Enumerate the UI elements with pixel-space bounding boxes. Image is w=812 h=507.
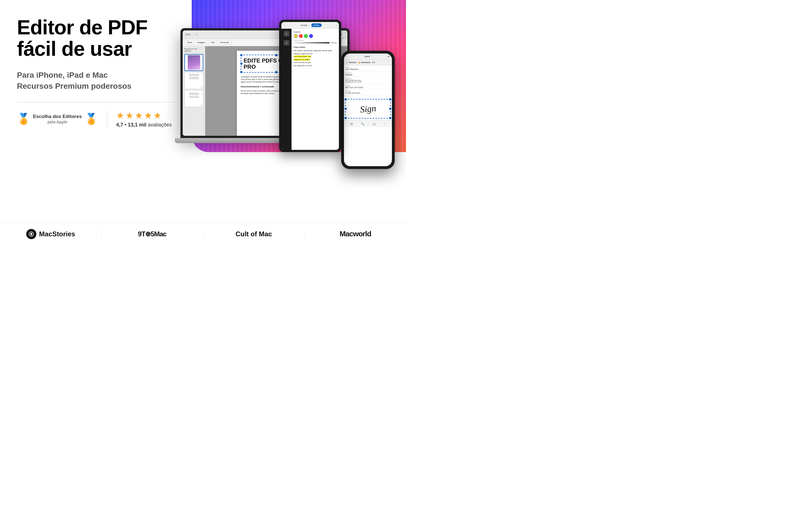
phone-mockup: ‹ Inserir ••• 🛒 Carrinho ✍ Assinatura S …: [341, 51, 398, 172]
phone-form: Nome John Stephens Empresa Readdle Ender…: [344, 65, 392, 97]
tablet-screen: ‹ Anotar Editar • A A Caneta: [282, 22, 339, 150]
star-2: ★: [125, 110, 134, 121]
phone-insert-bar: 🛒 Carrinho ✍ Assinatura S S: [344, 60, 392, 65]
sign-corner-mr: [389, 108, 391, 110]
sign-corner-br: [389, 117, 391, 119]
logo-9to5mac: 9T⊕5Mac: [101, 230, 203, 238]
tablet-sidebar: A A: [282, 29, 292, 150]
star-5: ★: [153, 110, 161, 121]
macstories-logo-group: MacStories: [26, 229, 75, 239]
tablet-main-panel: Caneta OPACIDADE Variável: [292, 29, 339, 150]
stars-row: ★ ★ ★ ★ ★: [116, 110, 172, 121]
form-row-nome: Nome John Stephens: [345, 66, 391, 71]
corner-dot-bl: [240, 71, 243, 73]
tablet-tabs: Anotar Editar: [299, 23, 322, 27]
phone-grid-icon[interactable]: ⊞: [350, 122, 353, 125]
phone-more-icon: •••: [388, 55, 390, 57]
sign-corner-ml: [345, 108, 347, 110]
pen-label-text: Caneta: [294, 31, 300, 33]
form-value-nome: John Stephens: [345, 68, 391, 70]
sidebar-icon-2[interactable]: A: [284, 40, 289, 46]
form-value-telefone: +1 535 105 2437: [345, 92, 391, 94]
tablet-mockup: ‹ Anotar Editar • A A Caneta: [279, 20, 344, 155]
toolbar-plus: +: [196, 33, 197, 36]
form-value-cidade: New York, NY 61252: [345, 87, 391, 89]
tablet-back-icon: ‹: [284, 24, 284, 26]
phone-screen: ‹ Inserir ••• 🛒 Carrinho ✍ Assinatura S …: [344, 54, 392, 166]
tool-pen-label: Caneta: [294, 31, 337, 33]
form-row-endereco: Endereço 105 Cendarhurst Ave,Ceraphurst,…: [345, 78, 391, 84]
form-value-endereco: 105 Cendarhurst Ave,Ceraphurst, NY 11516: [345, 79, 391, 83]
title-line-1: Editor de PDF: [17, 16, 147, 39]
section-divider: [17, 102, 181, 102]
rating-text: 4,7 • 13,1 mil avaliações: [116, 122, 172, 128]
form-row-empresa: Empresa Readdle: [345, 72, 391, 77]
sidebar-icon-1[interactable]: A: [284, 31, 289, 37]
logo-macstories: MacStories: [0, 229, 101, 239]
left-content-panel: Editor de PDF fácil de usar Para iPhone,…: [17, 17, 192, 128]
rating-separator: •: [124, 122, 128, 128]
awards-divider: [107, 110, 107, 127]
sign-corner-tl: [345, 98, 347, 101]
form-row-telefone: Telefone +1 535 105 2437: [345, 91, 391, 95]
opacity-slider[interactable]: [294, 42, 329, 43]
corner-dot-ml: [240, 62, 243, 65]
star-1: ★: [116, 110, 124, 121]
swatch-yellow[interactable]: [294, 34, 298, 38]
subtitle-group: Para iPhone, iPad e Mac Recursos Premium…: [17, 69, 192, 92]
phone-share-icon[interactable]: ↑: [384, 122, 386, 125]
tablet-toolbar: ‹ Anotar Editar •: [282, 22, 339, 29]
subtitle-line-2: Recursos Premium poderosos: [17, 80, 192, 92]
phone-toolbar-insert: Inserir: [364, 55, 370, 57]
highlighted-text: rua conhecidos, atéadquiriu um status: [294, 55, 311, 61]
swatch-blue[interactable]: [309, 34, 313, 38]
link-btn[interactable]: Link: [209, 40, 217, 45]
redact-btn[interactable]: Censurar: [218, 40, 231, 45]
sign-corner-tr: [389, 98, 391, 101]
rating-score: 4,7: [116, 122, 123, 128]
logo-macworld: Macworld: [305, 230, 406, 238]
corner-dot-tm: [275, 54, 277, 56]
rating-count: 13,1 mil: [128, 122, 146, 128]
variable-label: Variável: [331, 42, 337, 44]
opacity-control: Variável: [294, 42, 337, 44]
footer-logos: MacStories 9T⊕5Mac Cult of Mac Macworld: [0, 223, 406, 245]
phone-carrinho: 🛒 Carrinho: [346, 61, 356, 64]
star-4: ★: [144, 110, 152, 121]
rating-label: avaliações: [148, 122, 172, 128]
award-title: Escolha dos Editores: [33, 114, 82, 119]
cultofmac-text: Cult of Mac: [236, 230, 272, 238]
macstories-svg: [29, 231, 34, 237]
devices-area: 100% − + Anotar Editar Escanear & OCR Ex…: [175, 11, 406, 209]
macstories-text: MacStories: [39, 230, 75, 238]
swatch-red[interactable]: [299, 34, 303, 38]
tablet-body-text: Há muitas cachoeiras, algumas sendo extr…: [294, 49, 337, 67]
phone-so: S S: [372, 61, 375, 63]
laurel-left: 🏅: [17, 114, 30, 124]
tablet-section-label: Faça belas: [294, 46, 337, 48]
phone-toolbar: ‹ Inserir •••: [344, 54, 392, 60]
tab-edit[interactable]: Editar: [311, 23, 322, 27]
phone-signature-area: Sign: [345, 99, 391, 119]
rating-group: ★ ★ ★ ★ ★ 4,7 • 13,1 mil avaliações: [116, 110, 172, 128]
main-title: Editor de PDF fácil de usar: [17, 17, 192, 59]
svg-rect-1: [31, 233, 32, 235]
phone-back-icon: ‹: [346, 55, 347, 57]
phone-outer: ‹ Inserir ••• 🛒 Carrinho ✍ Assinatura S …: [341, 51, 395, 169]
phone-book-icon[interactable]: 📖: [372, 122, 376, 125]
image-btn[interactable]: Imagem: [195, 40, 207, 45]
form-row-cidade: Cidade New York, NY 61252: [345, 85, 391, 90]
toolbar-minus: −: [192, 33, 194, 36]
opacity-label: OPACIDADE: [294, 40, 337, 41]
award-subtitle: pela Apple: [47, 119, 67, 124]
swatch-green[interactable]: [304, 34, 308, 38]
title-line-2: fácil de usar: [17, 38, 132, 60]
awards-row: 🏅 Escolha dos Editores pela Apple 🏅 ★ ★ …: [17, 110, 192, 128]
corner-dot-tl: [240, 54, 243, 56]
editors-choice-badge: 🏅 Escolha dos Editores pela Apple 🏅: [17, 114, 98, 124]
color-swatches: [294, 34, 337, 38]
phone-search-icon[interactable]: 🔍: [361, 122, 364, 125]
phone-bottom-bar: ⊞ 🔍 📖 ↑: [344, 120, 392, 127]
subtitle-line-1: Para iPhone, iPad e Mac: [17, 69, 192, 80]
tab-annotate[interactable]: Anotar: [299, 23, 310, 27]
